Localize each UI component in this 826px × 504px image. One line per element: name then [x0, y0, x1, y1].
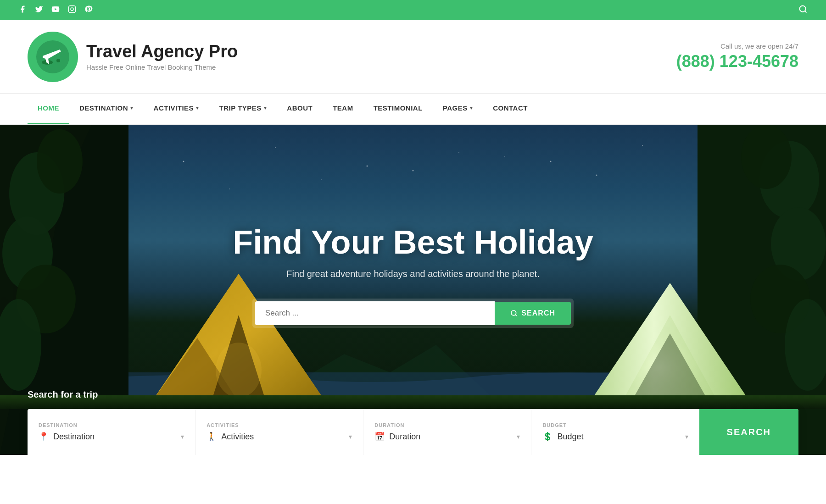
svg-point-13 [550, 161, 552, 162]
pinterest-icon[interactable] [84, 5, 93, 16]
hero-search-input[interactable] [255, 301, 495, 325]
svg-point-15 [321, 179, 322, 180]
site-tagline: Hassle Free Online Travel Booking Theme [86, 63, 238, 71]
top-bar [0, 0, 826, 20]
logo-icon [28, 32, 78, 82]
svg-point-10 [275, 147, 276, 148]
chevron-down-icon: ▾ [196, 105, 199, 111]
header: Travel Agency Pro Hassle Free Online Tra… [0, 20, 826, 94]
facebook-icon[interactable] [18, 5, 27, 16]
svg-point-14 [642, 145, 643, 146]
activities-field[interactable]: ACTIVITIES 🚶 Activities ▾ [195, 409, 363, 455]
budget-value: Budget [557, 432, 583, 442]
svg-point-6 [36, 40, 69, 73]
call-label: Call us, we are open 24/7 [676, 42, 798, 50]
social-links [18, 5, 93, 16]
svg-point-3 [74, 7, 74, 7]
svg-point-12 [458, 152, 459, 153]
nav-item-about[interactable]: ABOUT [277, 93, 323, 124]
top-bar-search[interactable] [798, 5, 808, 16]
svg-point-9 [183, 161, 184, 162]
logo-text: Travel Agency Pro Hassle Free Online Tra… [86, 42, 238, 71]
activities-icon: 🚶 [206, 432, 217, 442]
nav-item-pages[interactable]: PAGES ▾ [433, 93, 483, 124]
chevron-down-icon: ▾ [517, 433, 520, 440]
svg-line-36 [516, 315, 517, 316]
budget-field[interactable]: BUDGET 💲 Budget ▾ [531, 409, 699, 455]
svg-point-22 [37, 129, 83, 194]
svg-point-18 [229, 188, 230, 189]
calendar-icon: 📅 [374, 432, 385, 442]
logo-area[interactable]: Travel Agency Pro Hassle Free Online Tra… [28, 32, 238, 82]
activities-label: ACTIVITIES [206, 422, 352, 428]
chevron-down-icon: ▾ [349, 433, 352, 440]
svg-point-35 [511, 310, 516, 316]
phone-number[interactable]: (888) 123-45678 [676, 52, 798, 71]
dollar-icon: 💲 [542, 432, 553, 442]
destination-value: Destination [53, 432, 95, 442]
destination-field[interactable]: DESTINATION 📍 Destination ▾ [28, 409, 195, 455]
svg-point-2 [71, 8, 73, 11]
header-phone: Call us, we are open 24/7 (888) 123-4567… [676, 42, 798, 71]
twitter-icon[interactable] [35, 5, 43, 16]
nav-item-testimonial[interactable]: TESTIMONIAL [363, 93, 433, 124]
hero-search-button[interactable]: SEARCH [495, 302, 571, 325]
svg-point-16 [413, 170, 414, 172]
nav-item-activities[interactable]: ACTIVITIES ▾ [144, 93, 209, 124]
chevron-down-icon: ▾ [264, 105, 267, 111]
chevron-down-icon: ▾ [685, 433, 688, 440]
destination-select[interactable]: 📍 Destination ▾ [39, 432, 184, 442]
svg-line-5 [805, 11, 807, 13]
chevron-down-icon: ▾ [470, 105, 473, 111]
svg-point-19 [596, 175, 597, 176]
budget-label: BUDGET [542, 422, 688, 428]
chevron-down-icon: ▾ [130, 105, 134, 111]
svg-point-27 [741, 125, 792, 189]
activities-value: Activities [221, 432, 254, 442]
site-title: Travel Agency Pro [86, 42, 238, 61]
hero-section: Find Your Best Holiday Find great advent… [0, 125, 826, 455]
duration-value: Duration [389, 432, 420, 442]
nav-item-destination[interactable]: DESTINATION ▾ [69, 93, 144, 124]
hero-search-bar: SEARCH [252, 299, 574, 328]
hero-tent-right [585, 278, 755, 407]
chevron-down-icon: ▾ [181, 433, 184, 440]
hero-title: Find Your Best Holiday [233, 224, 593, 260]
budget-select[interactable]: 💲 Budget ▾ [542, 432, 688, 442]
nav-item-home[interactable]: HOME [28, 93, 69, 124]
nav-item-contact[interactable]: CONTACT [483, 93, 538, 124]
trip-search-bar: DESTINATION 📍 Destination ▾ ACTIVITIES 🚶… [28, 409, 798, 455]
hero-subtitle: Find great adventure holidays and activi… [233, 269, 593, 279]
svg-rect-1 [69, 6, 76, 12]
instagram-icon[interactable] [68, 5, 76, 16]
trip-search-button[interactable]: SEARCH [699, 409, 798, 455]
youtube-icon[interactable] [51, 5, 60, 16]
svg-point-4 [800, 6, 806, 12]
hero-content: Find Your Best Holiday Find great advent… [233, 224, 593, 355]
svg-point-17 [504, 156, 505, 157]
location-icon: 📍 [39, 432, 49, 442]
duration-label: DURATION [374, 422, 520, 428]
nav-item-trip-types[interactable]: TRIP TYPES ▾ [209, 93, 277, 124]
trip-search-label: Search for a trip [28, 389, 98, 400]
duration-select[interactable]: 📅 Duration ▾ [374, 432, 520, 442]
destination-label: DESTINATION [39, 422, 184, 428]
search-icon [510, 310, 518, 317]
svg-point-8 [56, 59, 60, 62]
svg-point-11 [367, 166, 368, 167]
main-nav: HOME DESTINATION ▾ ACTIVITIES ▾ TRIP TYP… [0, 94, 826, 125]
nav-item-team[interactable]: TEAM [323, 93, 363, 124]
activities-select[interactable]: 🚶 Activities ▾ [206, 432, 352, 442]
duration-field[interactable]: DURATION 📅 Duration ▾ [363, 409, 531, 455]
